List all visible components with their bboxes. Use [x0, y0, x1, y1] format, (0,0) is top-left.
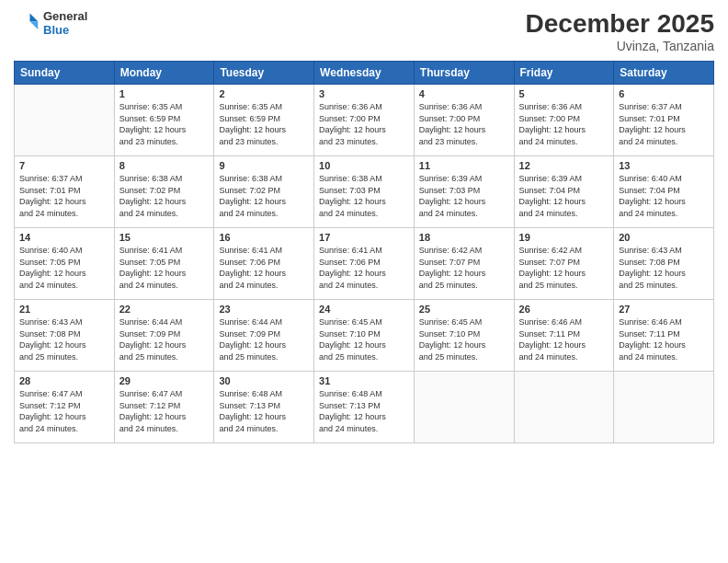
day-info: Sunrise: 6:36 AM Sunset: 7:00 PM Dayligh…	[319, 101, 409, 147]
svg-marker-0	[30, 14, 39, 22]
day-cell: 8Sunrise: 6:38 AM Sunset: 7:02 PM Daylig…	[114, 156, 214, 228]
weekday-header-sunday: Sunday	[15, 62, 115, 85]
month-title: December 2025	[526, 9, 714, 39]
day-number: 5	[519, 88, 609, 99]
page: General Blue December 2025 Uvinza, Tanza…	[0, 0, 728, 563]
day-number: 18	[419, 232, 509, 243]
day-number: 27	[619, 304, 709, 315]
day-info: Sunrise: 6:43 AM Sunset: 7:08 PM Dayligh…	[619, 245, 709, 291]
day-info: Sunrise: 6:42 AM Sunset: 7:07 PM Dayligh…	[419, 245, 509, 291]
day-cell: 18Sunrise: 6:42 AM Sunset: 7:07 PM Dayli…	[414, 228, 514, 300]
day-cell: 20Sunrise: 6:43 AM Sunset: 7:08 PM Dayli…	[614, 228, 714, 300]
day-cell	[15, 85, 115, 156]
day-cell: 25Sunrise: 6:45 AM Sunset: 7:10 PM Dayli…	[414, 300, 514, 372]
day-cell: 29Sunrise: 6:47 AM Sunset: 7:12 PM Dayli…	[114, 372, 214, 443]
day-info: Sunrise: 6:45 AM Sunset: 7:10 PM Dayligh…	[419, 316, 509, 362]
header: General Blue December 2025 Uvinza, Tanza…	[14, 9, 714, 53]
calendar: SundayMondayTuesdayWednesdayThursdayFrid…	[14, 61, 714, 443]
day-number: 12	[519, 160, 609, 171]
day-cell: 31Sunrise: 6:48 AM Sunset: 7:13 PM Dayli…	[314, 372, 415, 443]
day-info: Sunrise: 6:48 AM Sunset: 7:13 PM Dayligh…	[319, 388, 409, 434]
day-cell: 26Sunrise: 6:46 AM Sunset: 7:11 PM Dayli…	[514, 300, 614, 372]
day-number: 14	[19, 232, 109, 243]
weekday-header-saturday: Saturday	[614, 62, 714, 85]
logo: General Blue	[14, 9, 87, 37]
weekday-header-row: SundayMondayTuesdayWednesdayThursdayFrid…	[15, 62, 714, 85]
day-cell: 3Sunrise: 6:36 AM Sunset: 7:00 PM Daylig…	[314, 85, 415, 156]
day-cell	[414, 372, 514, 443]
weekday-header-tuesday: Tuesday	[214, 62, 314, 85]
day-info: Sunrise: 6:40 AM Sunset: 7:04 PM Dayligh…	[619, 173, 709, 219]
day-cell: 15Sunrise: 6:41 AM Sunset: 7:05 PM Dayli…	[114, 228, 214, 300]
day-number: 6	[619, 88, 709, 99]
day-number: 11	[419, 160, 509, 171]
day-info: Sunrise: 6:47 AM Sunset: 7:12 PM Dayligh…	[19, 388, 109, 434]
day-info: Sunrise: 6:35 AM Sunset: 6:59 PM Dayligh…	[219, 101, 309, 147]
day-number: 16	[219, 232, 309, 243]
day-info: Sunrise: 6:46 AM Sunset: 7:11 PM Dayligh…	[519, 316, 609, 362]
day-number: 13	[619, 160, 709, 171]
day-info: Sunrise: 6:39 AM Sunset: 7:04 PM Dayligh…	[519, 173, 609, 219]
logo-icon	[14, 10, 40, 36]
week-row-0: 1Sunrise: 6:35 AM Sunset: 6:59 PM Daylig…	[15, 85, 714, 156]
day-number: 21	[19, 304, 109, 315]
day-info: Sunrise: 6:35 AM Sunset: 6:59 PM Dayligh…	[119, 101, 210, 147]
day-number: 23	[219, 304, 309, 315]
day-info: Sunrise: 6:38 AM Sunset: 7:03 PM Dayligh…	[319, 173, 409, 219]
day-info: Sunrise: 6:43 AM Sunset: 7:08 PM Dayligh…	[19, 316, 109, 362]
logo-text: General Blue	[43, 9, 87, 37]
day-cell: 28Sunrise: 6:47 AM Sunset: 7:12 PM Dayli…	[15, 372, 115, 443]
title-block: December 2025 Uvinza, Tanzania	[526, 9, 714, 53]
day-number: 25	[419, 304, 509, 315]
day-number: 3	[319, 88, 409, 99]
day-cell: 11Sunrise: 6:39 AM Sunset: 7:03 PM Dayli…	[414, 156, 514, 228]
day-cell: 23Sunrise: 6:44 AM Sunset: 7:09 PM Dayli…	[214, 300, 314, 372]
day-info: Sunrise: 6:41 AM Sunset: 7:06 PM Dayligh…	[219, 245, 309, 291]
day-cell: 1Sunrise: 6:35 AM Sunset: 6:59 PM Daylig…	[114, 85, 214, 156]
week-row-1: 7Sunrise: 6:37 AM Sunset: 7:01 PM Daylig…	[15, 156, 714, 228]
day-number: 29	[119, 375, 210, 386]
day-cell: 14Sunrise: 6:40 AM Sunset: 7:05 PM Dayli…	[15, 228, 115, 300]
week-row-2: 14Sunrise: 6:40 AM Sunset: 7:05 PM Dayli…	[15, 228, 714, 300]
day-number: 4	[419, 88, 509, 99]
day-info: Sunrise: 6:38 AM Sunset: 7:02 PM Dayligh…	[219, 173, 309, 219]
day-number: 7	[19, 160, 109, 171]
day-cell: 13Sunrise: 6:40 AM Sunset: 7:04 PM Dayli…	[614, 156, 714, 228]
day-number: 31	[319, 375, 409, 386]
day-info: Sunrise: 6:39 AM Sunset: 7:03 PM Dayligh…	[419, 173, 509, 219]
day-number: 1	[119, 88, 210, 99]
day-info: Sunrise: 6:48 AM Sunset: 7:13 PM Dayligh…	[219, 388, 309, 434]
day-number: 19	[519, 232, 609, 243]
day-info: Sunrise: 6:40 AM Sunset: 7:05 PM Dayligh…	[19, 245, 109, 291]
day-cell: 9Sunrise: 6:38 AM Sunset: 7:02 PM Daylig…	[214, 156, 314, 228]
day-cell: 24Sunrise: 6:45 AM Sunset: 7:10 PM Dayli…	[314, 300, 415, 372]
day-number: 20	[619, 232, 709, 243]
day-cell: 17Sunrise: 6:41 AM Sunset: 7:06 PM Dayli…	[314, 228, 415, 300]
day-number: 30	[219, 375, 309, 386]
weekday-header-friday: Friday	[514, 62, 614, 85]
day-cell: 22Sunrise: 6:44 AM Sunset: 7:09 PM Dayli…	[114, 300, 214, 372]
day-cell: 5Sunrise: 6:36 AM Sunset: 7:00 PM Daylig…	[514, 85, 614, 156]
day-number: 26	[519, 304, 609, 315]
svg-marker-1	[30, 21, 39, 29]
week-row-3: 21Sunrise: 6:43 AM Sunset: 7:08 PM Dayli…	[15, 300, 714, 372]
day-info: Sunrise: 6:47 AM Sunset: 7:12 PM Dayligh…	[119, 388, 210, 434]
week-row-4: 28Sunrise: 6:47 AM Sunset: 7:12 PM Dayli…	[15, 372, 714, 443]
day-number: 8	[119, 160, 210, 171]
day-cell: 21Sunrise: 6:43 AM Sunset: 7:08 PM Dayli…	[15, 300, 115, 372]
logo-blue: Blue	[43, 23, 87, 37]
day-info: Sunrise: 6:36 AM Sunset: 7:00 PM Dayligh…	[419, 101, 509, 147]
day-number: 9	[219, 160, 309, 171]
day-cell: 12Sunrise: 6:39 AM Sunset: 7:04 PM Dayli…	[514, 156, 614, 228]
day-info: Sunrise: 6:38 AM Sunset: 7:02 PM Dayligh…	[119, 173, 210, 219]
day-cell: 4Sunrise: 6:36 AM Sunset: 7:00 PM Daylig…	[414, 85, 514, 156]
day-cell	[514, 372, 614, 443]
day-cell: 19Sunrise: 6:42 AM Sunset: 7:07 PM Dayli…	[514, 228, 614, 300]
day-info: Sunrise: 6:36 AM Sunset: 7:00 PM Dayligh…	[519, 101, 609, 147]
location: Uvinza, Tanzania	[526, 39, 714, 53]
day-number: 10	[319, 160, 409, 171]
day-info: Sunrise: 6:37 AM Sunset: 7:01 PM Dayligh…	[19, 173, 109, 219]
day-info: Sunrise: 6:41 AM Sunset: 7:05 PM Dayligh…	[119, 245, 210, 291]
day-number: 17	[319, 232, 409, 243]
day-cell: 27Sunrise: 6:46 AM Sunset: 7:11 PM Dayli…	[614, 300, 714, 372]
